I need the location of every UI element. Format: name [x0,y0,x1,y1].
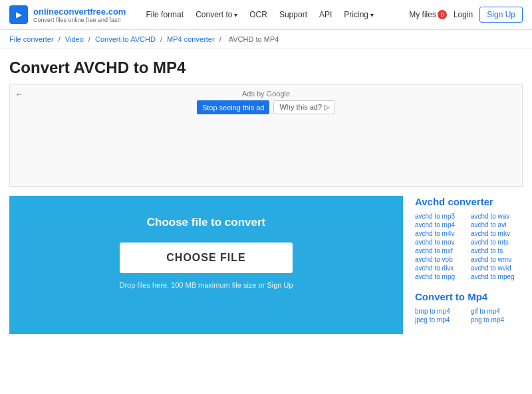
main-nav: File format Convert to OCR Support API P… [146,10,409,19]
avchd-link[interactable]: avchd to mts [471,239,523,246]
header-right: My files0 Login Sign Up [409,7,523,23]
avchd-link[interactable]: avchd to mpg [415,273,467,280]
breadcrumb-convert-avchd[interactable]: Convert to AVCHD [95,35,156,43]
breadcrumb-mp4-converter[interactable]: MP4 converter [167,35,215,43]
signup-button[interactable]: Sign Up [479,7,523,23]
avchd-link[interactable]: avchd to wvid [471,264,523,272]
logo-sub: Convert files online free and fast! [33,17,126,23]
nav-support[interactable]: Support [279,10,307,19]
breadcrumb: File converter / Video / Convert to AVCH… [0,30,532,49]
logo-name[interactable]: onlineconvertfree.com [33,7,126,17]
nav-convert-to[interactable]: Convert to [196,10,237,19]
mp4-link[interactable]: jpeg to mp4 [415,316,467,324]
ad-container: ← Ads by Google Stop seeing this ad Why … [9,84,523,187]
nav-file-format[interactable]: File format [146,10,184,19]
my-files-badge: 0 [438,10,447,19]
avchd-link[interactable]: avchd to mov [415,239,467,246]
mp4-links-grid: bmp to mp4gif to mp4jpeg to mp4png to mp… [415,308,523,324]
avchd-link[interactable]: avchd to mp3 [415,213,467,220]
avchd-link[interactable]: avchd to m4v [415,230,467,237]
avchd-link[interactable]: avchd to wmv [471,256,523,263]
drop-text-content: Drop files here. 100 MB maximum file siz… [119,281,265,289]
avchd-link[interactable]: avchd to divx [415,264,467,272]
logo-text-block: onlineconvertfree.com Convert files onli… [33,7,126,23]
avchd-link[interactable]: avchd to wav [471,213,523,220]
breadcrumb-sep-3: / [160,35,164,43]
avchd-link[interactable]: avchd to mxf [415,247,467,254]
ad-back-arrow[interactable]: ← [15,90,23,99]
mp4-link[interactable]: bmp to mp4 [415,308,467,315]
converter-box: Choose file to convert CHOOSE FILE Drop … [9,196,403,334]
stop-seeing-ad-button[interactable]: Stop seeing this ad [197,100,270,114]
why-ad-button[interactable]: Why this ad? ▷ [273,100,335,114]
breadcrumb-sep-4: / [219,35,223,43]
breadcrumb-video[interactable]: Video [65,35,84,43]
breadcrumb-file-converter[interactable]: File converter [9,35,54,43]
my-files-label: My files [409,10,436,19]
sidebar: Avchd converter avchd to mp3avchd to wav… [403,196,523,334]
my-files-button[interactable]: My files0 [409,10,447,20]
main-content: Choose file to convert CHOOSE FILE Drop … [0,196,532,334]
avchd-link[interactable]: avchd to mkv [471,230,523,237]
avchd-link[interactable]: avchd to vob [415,256,467,263]
mp4-converter-title: Convert to Mp4 [415,291,523,302]
avchd-link[interactable]: avchd to mpeg [471,273,523,280]
ad-buttons: Stop seeing this ad Why this ad? ▷ [197,100,335,114]
avchd-link[interactable]: avchd to mp4 [415,221,467,229]
header: ▶ onlineconvertfree.com Convert files on… [0,0,532,30]
login-button[interactable]: Login [454,10,473,19]
drop-text: Drop files here. 100 MB maximum file siz… [119,281,293,289]
ads-by-google: Ads by Google [242,90,290,98]
logo-icon: ▶ [9,5,28,24]
nav-pricing[interactable]: Pricing [344,10,373,19]
avchd-converter-title: Avchd converter [415,196,523,207]
avchd-link[interactable]: avchd to avi [471,221,523,229]
avchd-link[interactable]: avchd to ts [471,247,523,254]
nav-ocr[interactable]: OCR [249,10,267,19]
breadcrumb-current: AVCHD to MP4 [229,35,279,43]
nav-api[interactable]: API [319,10,332,19]
avchd-links-grid: avchd to mp3avchd to wavavchd to mp4avch… [415,213,523,280]
logo-area: ▶ onlineconvertfree.com Convert files on… [9,5,126,24]
sign-up-link[interactable]: Sign Up [267,281,293,289]
choose-file-button[interactable]: CHOOSE FILE [120,243,293,273]
converter-title: Choose file to convert [147,216,266,229]
breadcrumb-sep-1: / [59,35,63,43]
mp4-link[interactable]: png to mp4 [471,316,523,324]
page-title: Convert AVCHD to MP4 [0,49,532,84]
breadcrumb-sep-2: / [88,35,92,43]
mp4-link[interactable]: gif to mp4 [471,308,523,315]
